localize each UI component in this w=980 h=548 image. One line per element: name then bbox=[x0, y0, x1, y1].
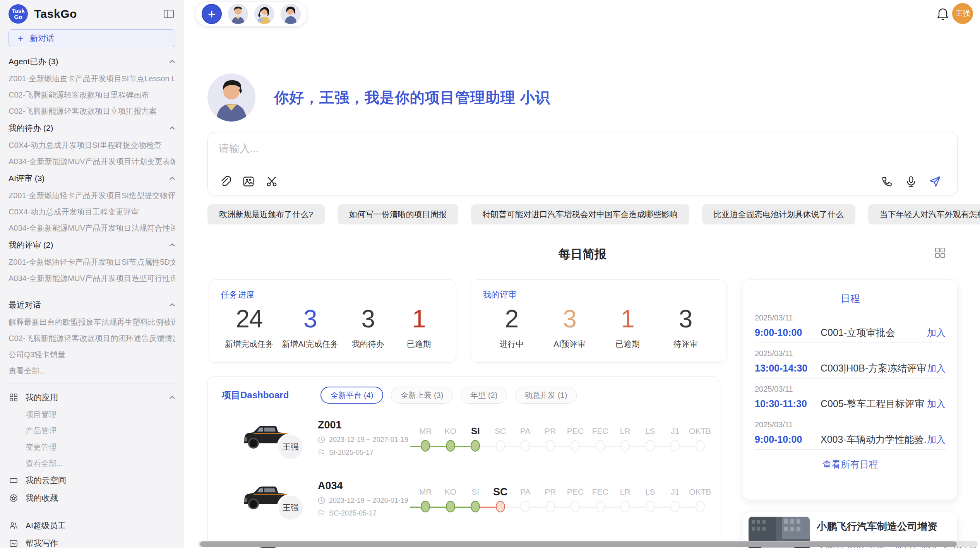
app-sub-item[interactable]: 产品管理 bbox=[9, 423, 175, 439]
milestone-node bbox=[496, 440, 505, 452]
agent-avatar-2[interactable] bbox=[254, 4, 274, 24]
join-button[interactable]: 加入 bbox=[927, 327, 946, 339]
section-header[interactable]: 最近对话 bbox=[9, 296, 175, 314]
microphone-icon[interactable] bbox=[905, 175, 918, 188]
dashboard-tab[interactable]: 全新平台 (4) bbox=[320, 387, 383, 404]
chevron-up-icon[interactable] bbox=[169, 396, 175, 399]
voice-call-icon[interactable] bbox=[881, 175, 894, 188]
sidebar-item-cloud-space[interactable]: 我的云空间 bbox=[9, 471, 175, 489]
agent-avatar-1[interactable] bbox=[228, 4, 248, 24]
milestone-node bbox=[571, 440, 580, 452]
chevron-up-icon[interactable] bbox=[169, 303, 175, 307]
divider bbox=[9, 291, 175, 291]
event-date: 2025/03/11 bbox=[755, 349, 946, 358]
user-avatar[interactable]: 王强 bbox=[952, 3, 973, 24]
conversation-item[interactable]: C0X4-动力总成开发项目SI里程碑提交物检查 bbox=[9, 137, 175, 153]
join-button[interactable]: 加入 bbox=[927, 398, 946, 410]
milestone-label: J1 bbox=[663, 546, 688, 548]
suggestion-chip[interactable]: 比亚迪全固态电池计划具体说了什么 bbox=[702, 204, 855, 224]
conversation-item[interactable]: A034-全新新能源MUV产品开发项目法规符合性评审 bbox=[9, 220, 175, 236]
layout-grid-icon[interactable] bbox=[934, 247, 946, 259]
attach-file-icon[interactable] bbox=[219, 175, 232, 188]
milestone-label: J1 bbox=[663, 485, 688, 498]
image-upload-icon[interactable] bbox=[242, 175, 255, 188]
stat-label: 进行中 bbox=[490, 339, 533, 349]
conversation-item[interactable]: A034-全新新能源MUV产品开发项目造型可行性评审 bbox=[9, 270, 175, 286]
logo-line2: Go bbox=[14, 14, 22, 20]
dashboard-tabs: 全新平台 (4)全新上装 (3)年型 (2)动总开发 (1) bbox=[320, 387, 577, 404]
stat-label: 待评审 bbox=[664, 339, 707, 349]
agent-avatar-3[interactable] bbox=[281, 4, 301, 24]
milestone: FEC bbox=[588, 425, 613, 452]
dashboard-tab[interactable]: 动总开发 (1) bbox=[515, 387, 577, 404]
milestone-columns: MRKOSISCPAPRPECFECLRLSJ1OKTB bbox=[413, 425, 719, 452]
milestone-timeline: MRKOSISCPAPRPECFECLRLSJ1OKTB bbox=[413, 546, 719, 548]
join-button[interactable]: 加入 bbox=[927, 362, 946, 375]
sidebar-item-favorites[interactable]: 我的收藏 bbox=[9, 489, 175, 507]
sidebar-item-label: AI超级员工 bbox=[26, 520, 66, 531]
stat-value: 3 bbox=[548, 305, 591, 333]
suggestion-chip[interactable]: 如何写一份清晰的项目周报 bbox=[338, 204, 458, 224]
chevron-up-icon[interactable] bbox=[169, 126, 175, 130]
milestone-node bbox=[596, 440, 605, 452]
section-header[interactable]: 我的待办 (2) bbox=[9, 119, 175, 137]
my-apps-icon bbox=[9, 392, 19, 402]
milestone-label: OKTB bbox=[688, 546, 713, 548]
app-sub-item[interactable]: 变更管理 bbox=[9, 439, 175, 455]
app-sub-item[interactable]: 查看全部... bbox=[9, 455, 175, 471]
suggestion-chip[interactable]: 欧洲新规最近颁布了什么? bbox=[207, 204, 325, 224]
conversation-item[interactable]: 查看全部... bbox=[9, 363, 175, 379]
task-progress-stats: 24新增完成任务3新增AI完成任务3我的待办1已逾期 bbox=[221, 305, 444, 349]
project-info: A0342023-12-19 ~ 2026-01-19SC-2025-05-17 bbox=[318, 480, 413, 517]
milestone: OKTB bbox=[688, 425, 713, 452]
conversation-item[interactable]: C02-飞腾新能源轻客改款项目立项汇报方案 bbox=[9, 103, 175, 119]
section-header[interactable]: Agent已办 (3) bbox=[9, 53, 175, 70]
add-agent-button[interactable]: + bbox=[202, 4, 222, 24]
conversation-item[interactable]: Z001-全新燃油皮卡产品开发项目SI节点Lesson Learn报告 bbox=[9, 70, 175, 87]
conversation-item[interactable]: C02-飞腾新能源轻客改款项目的闭环通告反馈情况 bbox=[9, 330, 175, 346]
stat-label: 新增完成任务 bbox=[225, 339, 274, 349]
section-header[interactable]: AI评审 (3) bbox=[9, 170, 175, 187]
chevron-up-icon[interactable] bbox=[169, 243, 175, 247]
dashboard-tab[interactable]: 年型 (2) bbox=[461, 387, 507, 404]
plus-icon: ＋ bbox=[16, 32, 25, 45]
conversation-item[interactable]: Z001-全新燃油轻卡产品开发项目SI节点属性5D文件评审 bbox=[9, 254, 175, 270]
chevron-up-icon[interactable] bbox=[169, 176, 175, 180]
greeting-text: 你好，王强，我是你的项目管理助理 小识 bbox=[274, 88, 550, 108]
sidebar-collapse-icon[interactable] bbox=[162, 7, 175, 21]
suggestion-chip[interactable]: 当下年轻人对汽车外观有怎样的喜好趋势 bbox=[868, 204, 980, 224]
conversation-item[interactable]: A034-全新新能源MUV产品开发项目计划变更表编写 bbox=[9, 153, 175, 170]
view-all-schedule-link[interactable]: 查看所有日程 bbox=[755, 458, 946, 471]
conversation-item[interactable]: C02-飞腾新能源轻客改款项目里程碑画布 bbox=[9, 87, 175, 103]
chevron-up-icon[interactable] bbox=[169, 60, 175, 63]
stat-label: 我的待办 bbox=[347, 339, 389, 349]
screenshot-scissors-icon[interactable] bbox=[265, 175, 278, 188]
app-sub-item[interactable]: 项目管理 bbox=[9, 406, 175, 423]
dashboard-tab[interactable]: 全新上装 (3) bbox=[391, 387, 453, 404]
chat-input-box[interactable]: 请输入... bbox=[207, 132, 958, 195]
section-header[interactable]: 我的评审 (2) bbox=[9, 236, 175, 254]
composer-attachments bbox=[219, 175, 278, 188]
conversation-item[interactable]: 解释最新出台的欧盟报废车法规再生塑料比例被调至15%... bbox=[9, 314, 175, 330]
notification-bell-icon[interactable] bbox=[937, 7, 949, 20]
sidebar-item-help-me-write[interactable]: 帮我写作 bbox=[9, 534, 175, 548]
milestone-timeline: MRKOSISCPAPRPECFECLRLSJ1OKTB bbox=[413, 485, 719, 512]
sidebar-item-my-apps[interactable]: 我的应用 bbox=[9, 389, 175, 406]
new-chat-button[interactable]: ＋ 新对话 bbox=[9, 29, 175, 47]
milestone-node bbox=[670, 440, 680, 452]
milestone-label: PEC bbox=[563, 546, 588, 548]
clock-icon bbox=[318, 497, 325, 504]
project-dates-text: 2023-12-19 ~ 2026-01-19 bbox=[329, 497, 408, 505]
stat-label: 已逾期 bbox=[397, 339, 440, 349]
conversation-item[interactable]: C0X4-动力总成开发项目工程变更评审 bbox=[9, 204, 175, 220]
milestone: LR bbox=[613, 425, 638, 452]
join-button[interactable]: 加入 bbox=[927, 433, 946, 446]
send-icon[interactable] bbox=[929, 175, 942, 188]
milestone: SC bbox=[488, 546, 513, 548]
suggestion-chip[interactable]: 特朗普可能对进口汽车增税会对中国车企造成哪些影响 bbox=[471, 204, 689, 224]
conversation-item[interactable]: Z001-全新燃油轻卡产品开发项目SI造型提交物评审 bbox=[9, 187, 175, 204]
conversation-item[interactable]: 公司Q3轻卡销量 bbox=[9, 346, 175, 363]
sidebar-item-ai-super-staff[interactable]: AI超级员工 bbox=[9, 517, 175, 534]
event-date: 2025/03/11 bbox=[755, 313, 946, 322]
milestone-node bbox=[446, 440, 455, 452]
